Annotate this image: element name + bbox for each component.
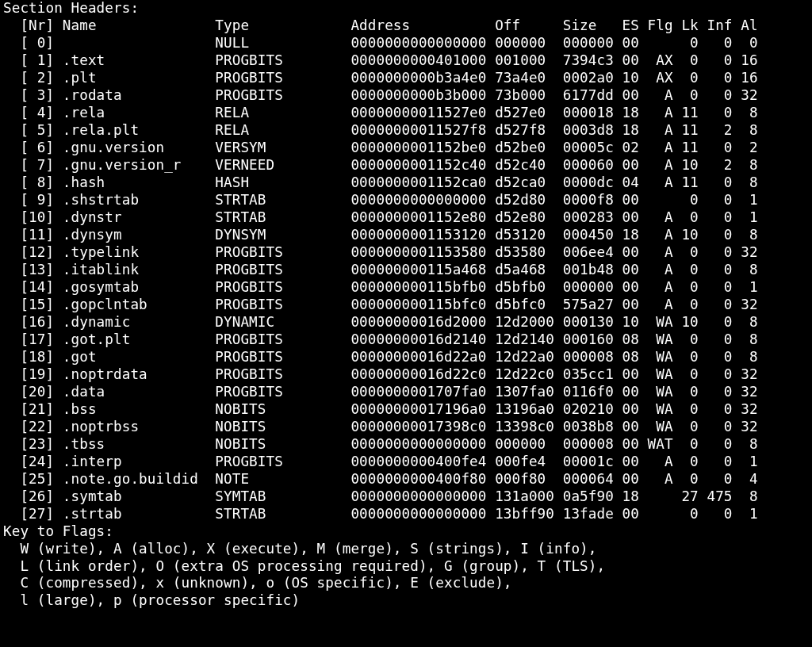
terminal-output: Section Headers: [Nr] Name Type Address … <box>0 0 812 610</box>
